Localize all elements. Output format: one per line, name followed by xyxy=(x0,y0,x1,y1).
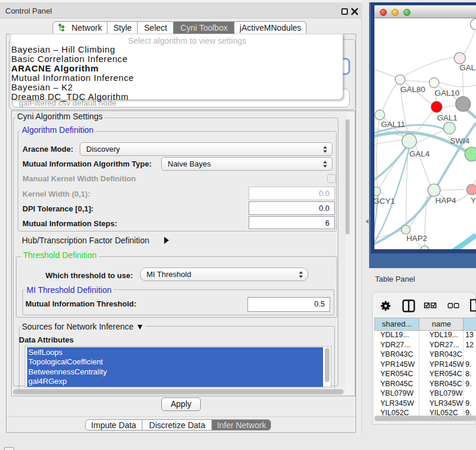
svg-text:GAL4: GAL4 xyxy=(409,149,430,158)
svg-text:HAP4: HAP4 xyxy=(435,196,457,205)
svg-text:GCY1: GCY1 xyxy=(374,197,395,206)
svg-text:HAP2: HAP2 xyxy=(406,234,427,243)
svg-text:GAL1: GAL1 xyxy=(437,113,458,122)
svg-text:SWI4: SWI4 xyxy=(450,136,470,145)
svg-text:GAL2: GAL2 xyxy=(459,63,476,72)
svg-text:GAL11: GAL11 xyxy=(381,120,405,129)
svg-text:GAL10: GAL10 xyxy=(435,89,459,97)
svg-text:Y: Y xyxy=(471,196,476,205)
svg-text:GAL80: GAL80 xyxy=(400,85,425,94)
